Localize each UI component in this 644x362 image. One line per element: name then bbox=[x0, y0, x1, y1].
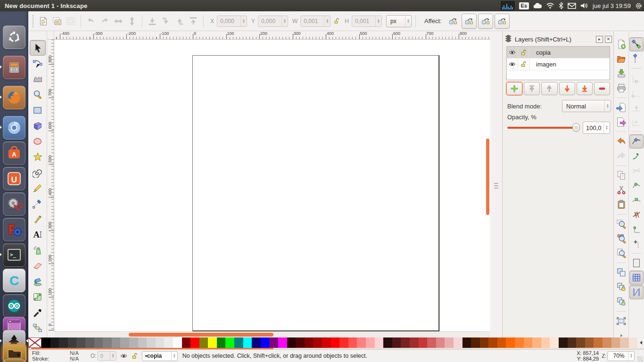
tool-pencil[interactable] bbox=[30, 180, 46, 196]
layer-lock-icon[interactable] bbox=[131, 353, 138, 360]
palette-swatch[interactable] bbox=[576, 337, 585, 348]
palette-swatch[interactable] bbox=[208, 337, 217, 348]
palette-swatch[interactable] bbox=[243, 337, 252, 348]
snap-cusp-nodes-toggle[interactable] bbox=[629, 178, 644, 192]
lock-ratio-icon[interactable] bbox=[332, 15, 340, 27]
zoom-selection-button[interactable] bbox=[614, 217, 628, 231]
palette-swatch[interactable] bbox=[419, 337, 428, 348]
tool-rectangle[interactable] bbox=[30, 102, 46, 118]
copy-button[interactable] bbox=[614, 168, 628, 182]
palette-swatch[interactable] bbox=[147, 337, 156, 348]
tool-connector[interactable] bbox=[30, 320, 46, 336]
palette-swatch[interactable] bbox=[436, 337, 445, 348]
horizontal-scrollbar-track[interactable] bbox=[54, 331, 490, 337]
canvas[interactable] bbox=[54, 40, 490, 331]
palette-swatch[interactable] bbox=[585, 337, 594, 348]
import-button[interactable] bbox=[614, 100, 628, 115]
new-layer-button[interactable] bbox=[506, 82, 522, 95]
raise-layer-to-top-button[interactable] bbox=[524, 82, 540, 95]
y-field[interactable]: 0,000▲▼ bbox=[258, 16, 288, 27]
palette-swatch[interactable] bbox=[287, 337, 296, 348]
palette-scroll-arrow[interactable] bbox=[637, 337, 644, 348]
snap-path-intersections-toggle[interactable] bbox=[629, 164, 644, 178]
flip-horizontal-button[interactable] bbox=[112, 15, 124, 27]
lower-button[interactable] bbox=[160, 15, 172, 27]
palette-swatch[interactable] bbox=[506, 337, 515, 348]
flip-vertical-button[interactable] bbox=[126, 15, 138, 27]
export-button[interactable] bbox=[614, 115, 628, 129]
palette-swatch[interactable] bbox=[339, 337, 348, 348]
palette-swatch[interactable] bbox=[278, 337, 287, 348]
palette-swatch[interactable] bbox=[550, 337, 559, 348]
lower-layer-to-bottom-button[interactable] bbox=[577, 82, 593, 95]
network-graph-icon[interactable] bbox=[501, 1, 515, 10]
toolbar-grip[interactable] bbox=[31, 15, 35, 27]
palette-swatch[interactable] bbox=[427, 337, 436, 348]
palette-swatch[interactable] bbox=[541, 337, 550, 348]
rotate-ccw-button[interactable] bbox=[85, 15, 97, 27]
cloud-icon[interactable] bbox=[533, 2, 542, 9]
selector-dialog-button[interactable] bbox=[614, 314, 628, 328]
tool-dropper[interactable] bbox=[30, 304, 46, 320]
affect-gradients-toggle[interactable] bbox=[478, 14, 493, 29]
cut-button[interactable] bbox=[614, 183, 628, 197]
select-all-layers-button[interactable] bbox=[51, 15, 63, 27]
window-resize-grip[interactable] bbox=[637, 356, 643, 362]
snap-paths-toggle[interactable] bbox=[629, 149, 644, 163]
palette-swatch[interactable] bbox=[445, 337, 454, 348]
palette-swatch[interactable] bbox=[462, 337, 471, 348]
palette-swatch[interactable] bbox=[392, 337, 401, 348]
tool-text[interactable]: A bbox=[30, 227, 46, 242]
tool-spiral[interactable] bbox=[30, 165, 46, 180]
palette-swatch[interactable] bbox=[611, 337, 620, 348]
dialog-close-button[interactable]: ✕ bbox=[605, 36, 612, 43]
launcher-item-trash[interactable] bbox=[3, 359, 25, 362]
zoom-field[interactable]: 70%▲▼ bbox=[607, 351, 635, 361]
palette-swatch[interactable] bbox=[357, 337, 366, 348]
palette-swatch[interactable] bbox=[190, 337, 199, 348]
dialog-detach-button[interactable]: ▸ bbox=[596, 36, 603, 43]
dock-resize-strip[interactable] bbox=[490, 31, 503, 337]
document-save-button[interactable] bbox=[614, 66, 628, 81]
launcher-item-ubuntu-one[interactable]: U bbox=[3, 167, 25, 190]
volume-icon[interactable] bbox=[580, 2, 588, 9]
lower-to-bottom-button[interactable] bbox=[146, 15, 158, 27]
opacity-field[interactable]: 100,0 ▲▼ bbox=[583, 122, 610, 134]
palette-swatch[interactable] bbox=[480, 337, 489, 348]
redo-button[interactable] bbox=[614, 149, 628, 163]
layer-row-imagen[interactable]: imagen bbox=[507, 58, 610, 70]
layer-visible-icon[interactable] bbox=[507, 47, 518, 58]
horizontal-scrollbar[interactable] bbox=[129, 333, 273, 337]
launcher-item-codeblocks[interactable]: C bbox=[3, 269, 25, 292]
palette-swatch[interactable] bbox=[252, 337, 261, 348]
palette-swatch[interactable] bbox=[120, 337, 129, 348]
tool-node-editor[interactable] bbox=[30, 56, 46, 71]
palette-swatch[interactable] bbox=[568, 337, 577, 348]
snap-bbox-toggle[interactable] bbox=[629, 52, 644, 66]
palette-swatch[interactable] bbox=[454, 337, 462, 348]
palette-swatch[interactable] bbox=[225, 337, 234, 348]
horizontal-ruler[interactable]: -400-300-200-100010020030040050060070080… bbox=[54, 31, 490, 40]
palette-swatch[interactable] bbox=[261, 337, 270, 348]
palette-swatch[interactable] bbox=[41, 337, 50, 348]
deselect-button[interactable] bbox=[65, 15, 77, 27]
opacity-slider-thumb[interactable] bbox=[572, 123, 580, 132]
palette-swatch[interactable] bbox=[348, 337, 357, 348]
palette-swatch[interactable] bbox=[76, 337, 85, 348]
palette-swatch[interactable] bbox=[383, 337, 392, 348]
dock-grip[interactable] bbox=[494, 183, 498, 189]
layer-lock-icon[interactable] bbox=[518, 58, 529, 70]
palette-swatch[interactable] bbox=[366, 337, 375, 348]
launcher-item-chromium[interactable] bbox=[3, 116, 25, 140]
palette-swatch[interactable] bbox=[471, 337, 480, 348]
tool-gradient[interactable] bbox=[30, 289, 46, 304]
snap-segment-midpoints-toggle[interactable] bbox=[629, 207, 644, 222]
palette-swatch[interactable] bbox=[217, 337, 226, 348]
launcher-item-system-settings[interactable] bbox=[3, 192, 25, 216]
tool-eraser[interactable] bbox=[30, 258, 46, 273]
palette-swatch[interactable] bbox=[269, 337, 278, 348]
launcher-item-software-center[interactable]: A bbox=[3, 141, 25, 165]
snap-smooth-nodes-toggle[interactable] bbox=[629, 193, 644, 207]
palette-swatch[interactable] bbox=[305, 337, 314, 348]
clock[interactable]: jue jul 3 19:59 bbox=[593, 2, 631, 9]
